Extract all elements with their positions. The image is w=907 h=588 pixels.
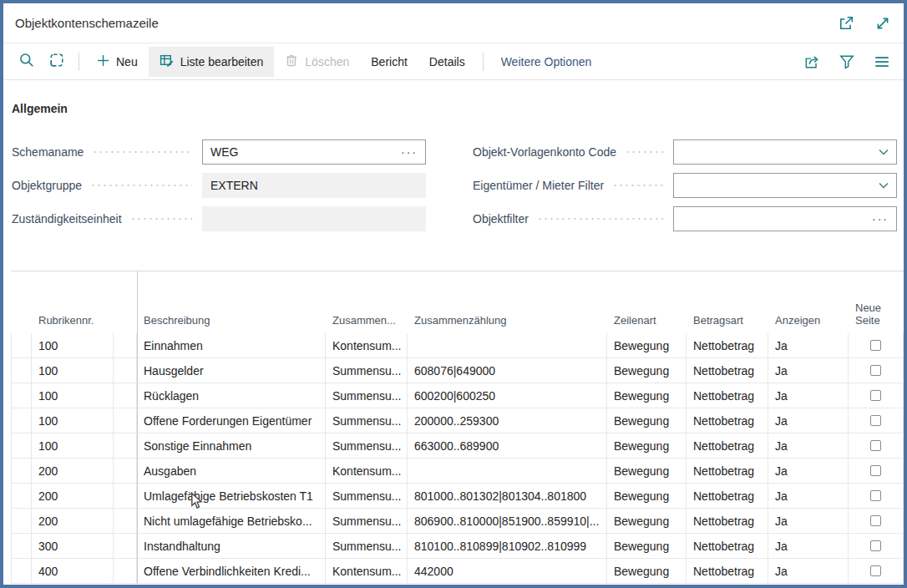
cell-zusammenzaehlungsart[interactable]: Summensu... [326, 484, 408, 508]
cell-betragsart[interactable]: Nettobetrag [687, 484, 768, 508]
cell-anzeigen[interactable]: Ja [768, 534, 849, 558]
neue-seite-checkbox[interactable] [870, 540, 881, 551]
cell-zusammenzaehlungsart[interactable]: Summensu... [326, 408, 408, 433]
cell-neue-seite[interactable] [849, 509, 904, 533]
cell-beschreibung[interactable]: Offene Forderungen Eigentümer [137, 408, 326, 433]
cell-zusammenzaehlungsart[interactable]: Summensu... [326, 383, 408, 408]
cell-zeilenart[interactable]: Bewegung [607, 459, 687, 483]
cell-betragsart[interactable]: Nettobetrag [687, 383, 768, 408]
cell-beschreibung[interactable]: Ausgaben [137, 459, 326, 483]
cell-zusammenzaehlungsart[interactable]: Kontensum... [326, 333, 408, 357]
cell-anzeigen[interactable]: Ja [768, 383, 849, 408]
eigentuemer-mieter-field[interactable] [673, 173, 897, 198]
cell-zeilenart[interactable]: Bewegung [607, 358, 687, 383]
share-icon[interactable] [803, 53, 820, 70]
delete-button[interactable]: Löschen [274, 47, 360, 77]
filter-icon[interactable] [839, 53, 855, 70]
header-betragsart[interactable]: Betragsart [687, 271, 768, 333]
cell-anzeigen[interactable]: Ja [768, 408, 849, 433]
chevron-down-icon[interactable] [879, 182, 889, 189]
cell-betragsart[interactable]: Nettobetrag [687, 509, 768, 533]
cell-rubrikennr[interactable]: 100 [32, 383, 114, 408]
cell-rubrikennr[interactable]: 200 [32, 459, 114, 483]
cell-beschreibung[interactable]: Umlagefähige Betriebskosten T1 [137, 484, 326, 508]
table-row[interactable]: 100Offene Forderungen EigentümerSummensu… [11, 408, 904, 433]
cell-betragsart[interactable]: Nettobetrag [687, 534, 768, 558]
cell-anzeigen[interactable]: Ja [768, 459, 849, 483]
cell-neue-seite[interactable] [849, 383, 904, 408]
cell-rubrikennr[interactable]: 200 [32, 509, 114, 533]
cell-zusammenzaehlungsart[interactable]: Summensu... [326, 509, 408, 533]
cell-zusammenzaehlungsart[interactable]: Summensu... [326, 534, 408, 558]
cell-betragsart[interactable]: Nettobetrag [687, 358, 768, 383]
assist-edit-icon[interactable]: ··· [401, 146, 418, 158]
cell-beschreibung[interactable]: Offene Verbindlichkeiten Kredi... [137, 559, 326, 583]
cell-rubrikennr[interactable]: 100 [32, 333, 114, 357]
cell-rubrikennr[interactable]: 200 [32, 484, 114, 508]
cell-zusammenzaehlung[interactable]: 801000..801302|801304..801800 [408, 484, 607, 508]
cell-zusammenzaehlung[interactable] [408, 333, 607, 357]
table-row[interactable]: 400Offene Verbindlichkeiten Kredi...Kont… [11, 559, 904, 584]
table-row[interactable]: 100RücklagenSummensu...600200|600250Bewe… [11, 383, 904, 408]
cell-beschreibung[interactable]: Sonstige Einnahmen [137, 433, 326, 458]
neue-seite-checkbox[interactable] [870, 465, 881, 476]
cell-neue-seite[interactable] [849, 559, 904, 583]
cell-anzeigen[interactable]: Ja [768, 433, 849, 458]
neue-seite-checkbox[interactable] [870, 390, 881, 401]
header-zeilenart[interactable]: Zeilenart [607, 271, 687, 333]
cell-neue-seite[interactable] [849, 459, 904, 483]
header-zusammenzaehlungsart[interactable]: Zusammen... [326, 271, 408, 333]
header-beschreibung[interactable]: Beschreibung [137, 271, 326, 333]
cell-neue-seite[interactable] [849, 534, 904, 558]
table-row[interactable]: 200Umlagefähige Betriebskosten T1Summens… [11, 484, 904, 509]
cell-zusammenzaehlung[interactable]: 806900..810000|851900..859910|... [408, 509, 607, 533]
header-rubrikennr[interactable]: Rubrikennr. [32, 271, 114, 333]
neue-seite-checkbox[interactable] [870, 415, 881, 426]
cell-beschreibung[interactable]: Hausgelder [137, 358, 326, 383]
show-list-icon[interactable] [874, 53, 890, 70]
cell-neue-seite[interactable] [849, 358, 904, 383]
table-row[interactable]: 100HausgelderSummensu...608076|649000Bew… [11, 358, 904, 383]
cell-zusammenzaehlung[interactable]: 608076|649000 [408, 358, 607, 383]
cell-neue-seite[interactable] [849, 408, 904, 433]
cell-zeilenart[interactable]: Bewegung [607, 484, 687, 508]
header-zusammenzaehlung[interactable]: Zusammenzählung [408, 271, 607, 333]
search-button[interactable] [12, 47, 42, 77]
cell-zeilenart[interactable]: Bewegung [607, 383, 687, 408]
cell-rubrikennr[interactable]: 400 [32, 559, 114, 583]
cell-betragsart[interactable]: Nettobetrag [687, 333, 768, 357]
cell-rubrikennr[interactable]: 100 [32, 358, 114, 383]
cell-neue-seite[interactable] [849, 484, 904, 508]
report-button[interactable]: Bericht [360, 47, 418, 77]
neue-seite-checkbox[interactable] [870, 365, 881, 376]
cell-zusammenzaehlung[interactable]: 663000..689900 [408, 433, 607, 458]
table-row[interactable]: 100Sonstige EinnahmenSummensu...663000..… [11, 433, 904, 459]
more-options-button[interactable]: Weitere Optionen [490, 47, 603, 77]
cell-anzeigen[interactable]: Ja [768, 484, 849, 508]
cell-betragsart[interactable]: Nettobetrag [687, 433, 768, 458]
cell-rubrikennr[interactable]: 100 [32, 408, 114, 433]
cell-zusammenzaehlung[interactable]: 200000..259300 [408, 408, 607, 433]
chevron-down-icon[interactable] [879, 149, 889, 155]
cell-zeilenart[interactable]: Bewegung [607, 333, 687, 357]
table-row[interactable]: 200Nicht umlagefähige Betriebsko...Summe… [11, 509, 904, 534]
cell-zeilenart[interactable]: Bewegung [607, 509, 687, 533]
cell-zeilenart[interactable]: Bewegung [607, 559, 687, 583]
cell-zeilenart[interactable]: Bewegung [607, 534, 687, 558]
table-row[interactable]: 300InstandhaltungSummensu...810100..8108… [11, 534, 904, 559]
cell-neue-seite[interactable] [849, 333, 904, 357]
table-row[interactable]: 200AusgabenKontensum...BewegungNettobetr… [11, 459, 904, 484]
cell-beschreibung[interactable]: Instandhaltung [137, 534, 326, 558]
cell-betragsart[interactable]: Nettobetrag [687, 559, 768, 583]
header-anzeigen[interactable]: Anzeigen [768, 271, 849, 333]
details-button[interactable]: Details [418, 47, 476, 77]
cell-zusammenzaehlung[interactable]: 810100..810899|810902..810999 [408, 534, 607, 558]
cell-beschreibung[interactable]: Nicht umlagefähige Betriebsko... [137, 509, 326, 533]
cell-beschreibung[interactable]: Einnahmen [137, 333, 326, 357]
cell-anzeigen[interactable]: Ja [768, 509, 849, 533]
design-mode-button[interactable] [42, 47, 72, 77]
neue-seite-checkbox[interactable] [870, 565, 881, 576]
cell-betragsart[interactable]: Nettobetrag [687, 408, 768, 433]
cell-zusammenzaehlung[interactable] [408, 459, 607, 483]
cell-zusammenzaehlung[interactable]: 442000 [408, 559, 607, 583]
